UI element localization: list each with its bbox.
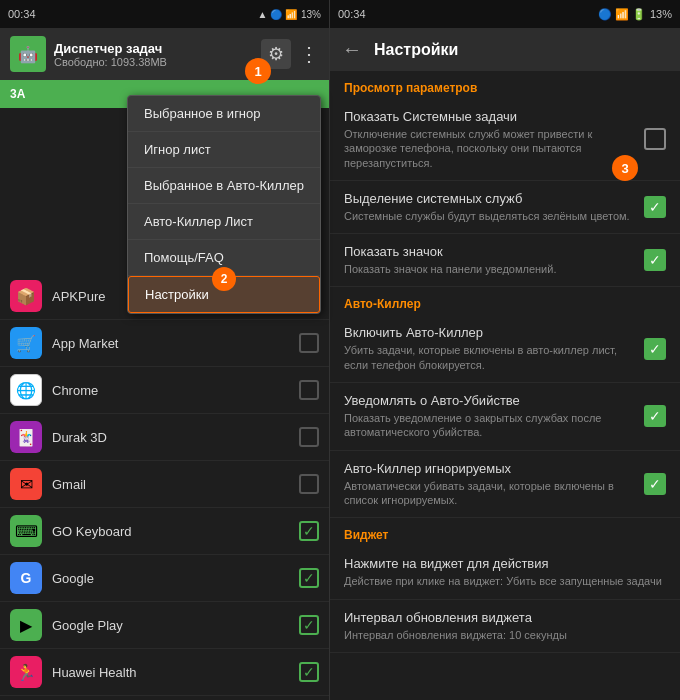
- app-checkbox[interactable]: [299, 380, 319, 400]
- setting-desc: Показать уведомление о закрытых службах …: [344, 411, 634, 440]
- app-name: Chrome: [52, 383, 299, 398]
- dropdown-favorites-autokiller[interactable]: Выбранное в Авто-Киллер: [128, 168, 320, 204]
- header-info: 🤖 Диспетчер задач Свободно: 1093.38MB: [10, 36, 167, 72]
- highlight-services-checkbox[interactable]: ✓: [644, 196, 666, 218]
- enable-autokiller-checkbox[interactable]: ✓: [644, 338, 666, 360]
- setting-show-icon[interactable]: Показать значок Показать значок на панел…: [330, 234, 680, 287]
- setting-enable-autokiller[interactable]: Включить Авто-Киллер Убить задачи, котор…: [330, 315, 680, 383]
- dropdown-ignore-list[interactable]: Игнор лист: [128, 132, 320, 168]
- list-item[interactable]: 🏃 Huawei Health ✓: [0, 649, 329, 696]
- list-item[interactable]: 🃏 Durak 3D: [0, 414, 329, 461]
- back-button[interactable]: ←: [342, 38, 362, 61]
- section-autokiller: Авто-Киллер: [330, 287, 680, 315]
- list-item[interactable]: ⌨ GO Keyboard ✓: [0, 508, 329, 555]
- header-subtitle: Свободно: 1093.38MB: [54, 56, 167, 68]
- setting-content: Включить Авто-Киллер Убить задачи, котор…: [344, 325, 634, 372]
- right-panel: 3 00:34 🔵 📶 🔋 13% ← Настройки Просмотр п…: [330, 0, 680, 700]
- right-time: 00:34: [338, 8, 366, 20]
- left-signal-icon: ▲ 🔵 📶: [258, 9, 297, 20]
- setting-desc: Отключение системных служб может привест…: [344, 127, 634, 170]
- step1-badge: 1: [245, 58, 271, 84]
- setting-title: Уведомлять о Авто-Убийстве: [344, 393, 634, 408]
- app-icon: ✉: [10, 468, 42, 500]
- task-manager-icon: 🤖: [10, 36, 46, 72]
- app-name: Google Play: [52, 618, 299, 633]
- setting-content: Авто-Киллер игнорируемых Автоматически у…: [344, 461, 634, 508]
- setting-content: Показать значок Показать значок на панел…: [344, 244, 634, 276]
- setting-desc: Действие при клике на виджет: Убить все …: [344, 574, 666, 588]
- setting-widget-action[interactable]: Нажмите на виджет для действия Действие …: [330, 546, 680, 599]
- app-checkbox[interactable]: [299, 333, 319, 353]
- app-checkbox[interactable]: [299, 474, 319, 494]
- dropdown-settings[interactable]: Настройки 2: [128, 276, 320, 313]
- setting-highlight-services[interactable]: Выделение системных служб Системные служ…: [330, 181, 680, 234]
- left-status-bar: 00:34 ▲ 🔵 📶 13%: [0, 0, 329, 28]
- list-item[interactable]: 🛒 App Market: [0, 320, 329, 367]
- notify-autokill-checkbox[interactable]: ✓: [644, 405, 666, 427]
- dropdown-favorites-ignore[interactable]: Выбранное в игнор: [128, 96, 320, 132]
- setting-title: Нажмите на виджет для действия: [344, 556, 666, 571]
- setting-desc: Автоматически убивать задачи, которые вк…: [344, 479, 634, 508]
- left-header: 🤖 Диспетчер задач Свободно: 1093.38MB ⚙ …: [0, 28, 329, 80]
- setting-content: Показать Системные задачи Отключение сис…: [344, 109, 634, 170]
- app-checkbox[interactable]: ✓: [299, 521, 319, 541]
- right-signal-icon: 🔵 📶 🔋: [598, 8, 646, 21]
- app-name: GO Keyboard: [52, 524, 299, 539]
- setting-content: Уведомлять о Авто-Убийстве Показать увед…: [344, 393, 634, 440]
- system-tasks-checkbox[interactable]: [644, 128, 666, 150]
- app-icon: ▶: [10, 609, 42, 641]
- setting-notify-autokill[interactable]: Уведомлять о Авто-Убийстве Показать увед…: [330, 383, 680, 451]
- setting-desc: Показать значок на панели уведомлений.: [344, 262, 634, 276]
- right-status-bar: 00:34 🔵 📶 🔋 13%: [330, 0, 680, 28]
- header-text: Диспетчер задач Свободно: 1093.38MB: [54, 41, 167, 68]
- section-view-params: Просмотр параметров: [330, 71, 680, 99]
- list-item[interactable]: ▶ Google Play ✓: [0, 602, 329, 649]
- app-name: App Market: [52, 336, 299, 351]
- app-checkbox[interactable]: ✓: [299, 568, 319, 588]
- app-name: Huawei Health: [52, 665, 299, 680]
- left-battery: 13%: [301, 9, 321, 20]
- app-name: Gmail: [52, 477, 299, 492]
- app-icon: 🃏: [10, 421, 42, 453]
- setting-content: Нажмите на виджет для действия Действие …: [344, 556, 666, 588]
- left-time: 00:34: [8, 8, 36, 20]
- setting-desc: Интервал обновления виджета: 10 секунды: [344, 628, 666, 642]
- setting-title: Выделение системных служб: [344, 191, 634, 206]
- setting-title: Включить Авто-Киллер: [344, 325, 634, 340]
- list-item[interactable]: ✉ Gmail: [0, 461, 329, 508]
- dropdown-autokiller-list[interactable]: Авто-Киллер Лист: [128, 204, 320, 240]
- green-bar-label: 3А: [10, 87, 25, 101]
- settings-title: Настройки: [374, 41, 458, 59]
- setting-title: Показать значок: [344, 244, 634, 259]
- right-status-icons: 🔵 📶 🔋 13%: [598, 8, 672, 21]
- setting-title: Интервал обновления виджета: [344, 610, 666, 625]
- app-checkbox[interactable]: ✓: [299, 615, 319, 635]
- app-checkbox[interactable]: [299, 427, 319, 447]
- step2-badge: 2: [212, 267, 236, 291]
- app-name: Google: [52, 571, 299, 586]
- app-icon: 🛒: [10, 327, 42, 359]
- app-checkbox[interactable]: ✓: [299, 662, 319, 682]
- menu-icon[interactable]: ⋮: [299, 42, 319, 66]
- autokiller-ignored-checkbox[interactable]: ✓: [644, 473, 666, 495]
- setting-widget-interval[interactable]: Интервал обновления виджета Интервал обн…: [330, 600, 680, 653]
- app-icon: ⌨: [10, 515, 42, 547]
- left-panel: 1 00:34 ▲ 🔵 📶 13% 🤖 Диспетчер задач Своб…: [0, 0, 330, 700]
- app-icon: 📦: [10, 280, 42, 312]
- section-widget: Виджет: [330, 518, 680, 546]
- app-icon: G: [10, 562, 42, 594]
- setting-content: Интервал обновления виджета Интервал обн…: [344, 610, 666, 642]
- list-item[interactable]: 📞 NumBuster! ✓: [0, 696, 329, 700]
- list-item[interactable]: G Google ✓: [0, 555, 329, 602]
- setting-autokiller-ignored[interactable]: Авто-Киллер игнорируемых Автоматически у…: [330, 451, 680, 519]
- left-status-icons: ▲ 🔵 📶 13%: [258, 9, 321, 20]
- right-battery: 13%: [650, 8, 672, 20]
- show-icon-checkbox[interactable]: ✓: [644, 249, 666, 271]
- setting-title: Авто-Киллер игнорируемых: [344, 461, 634, 476]
- app-name: Durak 3D: [52, 430, 299, 445]
- list-item[interactable]: 🌐 Chrome: [0, 367, 329, 414]
- app-list: 📦 APKPure 🛒 App Market 🌐 Chrome 🃏 Durak …: [0, 273, 329, 700]
- setting-desc: Убить задачи, которые включены в авто-ки…: [344, 343, 634, 372]
- dropdown-menu: Выбранное в игнор Игнор лист Выбранное в…: [127, 95, 321, 314]
- right-header: ← Настройки: [330, 28, 680, 71]
